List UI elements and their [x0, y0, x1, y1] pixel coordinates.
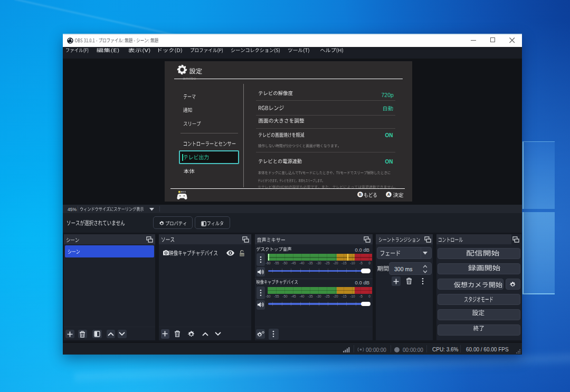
- svg-text:B: B: [358, 192, 362, 197]
- svg-text:A: A: [387, 192, 391, 197]
